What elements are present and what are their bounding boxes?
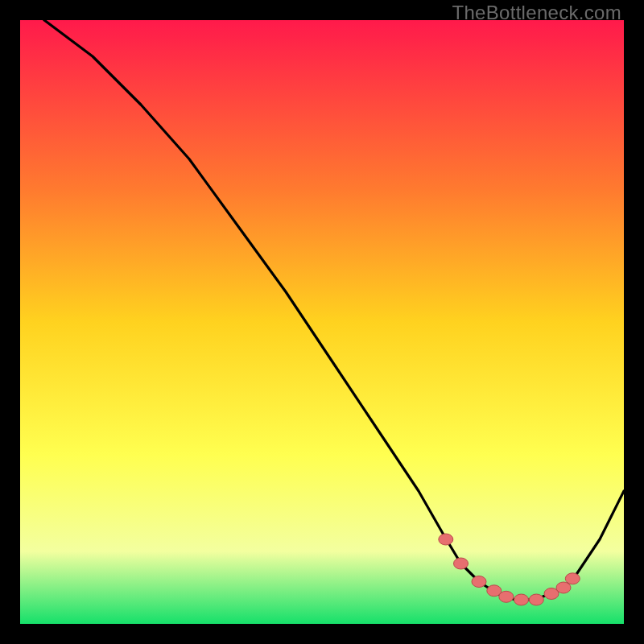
chart-frame <box>20 20 624 624</box>
marker-point <box>529 594 543 605</box>
marker-point <box>439 534 453 545</box>
gradient-background <box>20 20 624 624</box>
bottleneck-chart <box>20 20 624 624</box>
marker-point <box>454 558 469 569</box>
watermark-text: TheBottleneck.com <box>452 2 621 24</box>
marker-point <box>565 573 580 584</box>
marker-point <box>499 591 514 602</box>
marker-point <box>514 594 529 605</box>
marker-point <box>472 576 486 588</box>
